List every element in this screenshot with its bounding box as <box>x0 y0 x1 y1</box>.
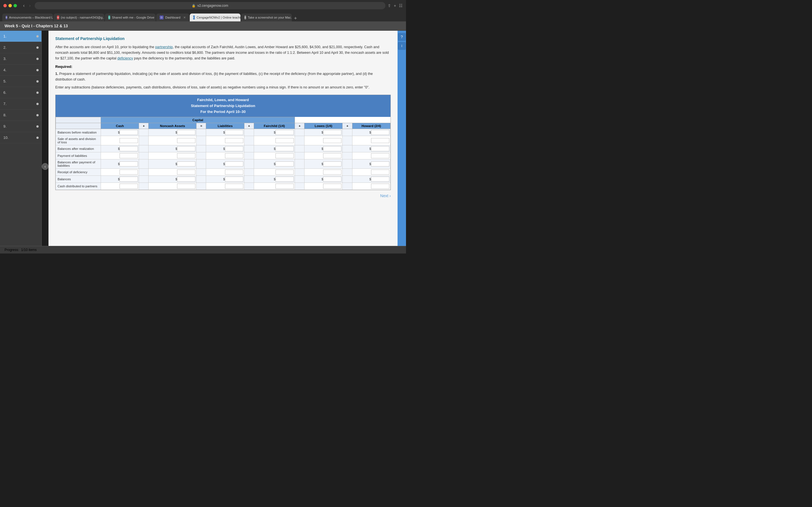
input-howard-1[interactable] <box>371 130 389 135</box>
cell-howard-2 <box>352 136 390 145</box>
input-liabilities-8[interactable] <box>225 184 243 189</box>
maximize-window-btn[interactable] <box>13 4 17 7</box>
info-icon[interactable]: i <box>398 42 406 50</box>
cell-noncash-5: $ <box>149 159 197 169</box>
input-howard-8[interactable] <box>371 184 389 189</box>
cell-howard-4 <box>352 152 390 159</box>
input-noncash-6[interactable] <box>177 170 195 175</box>
input-noncash-2[interactable] <box>177 138 195 143</box>
input-noncash-5[interactable] <box>177 161 195 166</box>
tab-dashboard[interactable]: D Dashboard ✕ <box>156 13 189 21</box>
input-cash-3[interactable] <box>119 146 138 151</box>
tab-announcements[interactable]: B Announcements – Blackboard L... <box>2 13 53 21</box>
input-lowes-5[interactable] <box>323 161 342 166</box>
input-cash-1[interactable] <box>119 130 138 135</box>
input-howard-4[interactable] <box>371 153 389 158</box>
input-fairchild-2[interactable] <box>275 138 294 143</box>
input-noncash-7[interactable] <box>177 177 195 182</box>
grid-icon[interactable]: ☷ <box>399 3 403 8</box>
cell-lowes-3: $ <box>305 145 343 152</box>
sidebar-item-2[interactable]: 2. <box>0 42 42 53</box>
sidebar-item-5[interactable]: 5. <box>0 76 42 87</box>
tab-gdrive[interactable]: G Shared with me - Google Drive <box>105 13 156 21</box>
input-fairchild-7[interactable] <box>275 177 294 182</box>
tab-label-screenshot: Take a screenshot on your Mac... <box>248 16 292 19</box>
input-lowes-8[interactable] <box>323 184 342 189</box>
input-lowes-6[interactable] <box>323 170 342 175</box>
input-howard-5[interactable] <box>371 161 389 166</box>
deficiency-link[interactable]: deficiency <box>117 56 133 60</box>
forward-button[interactable]: › <box>28 3 32 9</box>
input-cash-7[interactable] <box>119 177 138 182</box>
input-howard-2[interactable] <box>371 138 389 143</box>
input-liabilities-4[interactable] <box>225 153 243 158</box>
share-icon[interactable]: ⇧ <box>388 3 391 8</box>
input-lowes-1[interactable] <box>323 130 342 135</box>
back-button[interactable]: ‹ <box>21 3 26 9</box>
input-fairchild-6[interactable] <box>275 170 294 175</box>
sidebar-item-3[interactable]: 3. <box>0 53 42 64</box>
op-plus-8c <box>295 183 305 190</box>
sidebar-item-10[interactable]: 10. <box>0 132 42 144</box>
op-eq-2 <box>197 136 206 145</box>
tab-screenshot[interactable]: A Take a screenshot on your Mac... <box>241 13 292 21</box>
input-fairchild-1[interactable] <box>275 130 294 135</box>
tab-gmail[interactable]: M (no subject) - naimam4343@g... <box>54 13 104 21</box>
input-cash-4[interactable] <box>119 153 138 158</box>
sidebar-item-6[interactable]: 6. <box>0 87 42 98</box>
input-lowes-3[interactable] <box>323 146 342 151</box>
sidebar-item-4[interactable]: 4. <box>0 64 42 76</box>
minimize-window-btn[interactable] <box>8 4 12 7</box>
close-window-btn[interactable] <box>3 4 7 7</box>
op-plus-6b <box>244 169 254 176</box>
input-howard-6[interactable] <box>371 170 389 175</box>
table-row: Cash distributed to partners <box>56 183 391 190</box>
cell-fairchild-5: $ <box>254 159 295 169</box>
input-fairchild-3[interactable] <box>275 146 294 151</box>
input-liabilities-7[interactable] <box>225 177 243 182</box>
input-noncash-8[interactable] <box>177 184 195 189</box>
input-howard-7[interactable] <box>371 177 389 182</box>
input-cash-6[interactable] <box>119 170 138 175</box>
next-button[interactable]: Next › <box>380 193 391 198</box>
tab-close-dashboard[interactable]: ✕ <box>183 16 186 19</box>
table-row: Balances $ $ $ $ $ <box>56 176 391 183</box>
input-liabilities-3[interactable] <box>225 146 243 151</box>
input-liabilities-2[interactable] <box>225 138 243 143</box>
partnership-link[interactable]: partnership <box>155 45 173 49</box>
op-plus-6d <box>343 169 352 176</box>
op-eq-3 <box>197 145 206 152</box>
quiz-inner: Statement of Partnership Liquidation Aft… <box>49 31 398 206</box>
new-tab-button[interactable]: + <box>292 15 299 21</box>
sidebar-collapse-button[interactable]: ‹ <box>42 163 49 170</box>
input-cash-5[interactable] <box>119 161 138 166</box>
input-liabilities-6[interactable] <box>225 170 243 175</box>
help-icon[interactable]: ? <box>398 33 406 41</box>
sidebar-item-7[interactable]: 7. <box>0 98 42 110</box>
address-bar[interactable]: 🔒 v2.cengagenow.com <box>35 2 386 9</box>
input-howard-3[interactable] <box>371 146 389 151</box>
sidebar-item-9[interactable]: 9. <box>0 121 42 132</box>
input-lowes-2[interactable] <box>323 138 342 143</box>
input-lowes-7[interactable] <box>323 177 342 182</box>
new-tab-icon[interactable]: + <box>394 3 396 8</box>
input-fairchild-5[interactable] <box>275 161 294 166</box>
tab-label-cengage: CengageNOWv2 | Online teachi... <box>197 16 241 19</box>
tab-cengage[interactable]: C CengageNOWv2 | Online teachi... <box>190 13 241 21</box>
input-liabilities-5[interactable] <box>225 161 243 166</box>
input-fairchild-8[interactable] <box>275 184 294 189</box>
input-cash-8[interactable] <box>119 184 138 189</box>
input-cash-2[interactable] <box>119 138 138 143</box>
main-container: Week 5 - Quiz I - Chapters 12 & 13 1. 2.… <box>0 21 406 253</box>
sidebar-item-8[interactable]: 8. <box>0 110 42 121</box>
cell-fairchild-6 <box>254 169 295 176</box>
table-row: Balances before realization $ $ $ $ $ <box>56 129 391 136</box>
input-noncash-1[interactable] <box>177 130 195 135</box>
input-fairchild-4[interactable] <box>275 153 294 158</box>
sidebar-item-1[interactable]: 1. <box>0 31 42 42</box>
input-liabilities-1[interactable] <box>225 130 243 135</box>
input-noncash-4[interactable] <box>177 153 195 158</box>
input-noncash-3[interactable] <box>177 146 195 151</box>
input-lowes-4[interactable] <box>323 153 342 158</box>
next-label: Next <box>380 193 389 198</box>
